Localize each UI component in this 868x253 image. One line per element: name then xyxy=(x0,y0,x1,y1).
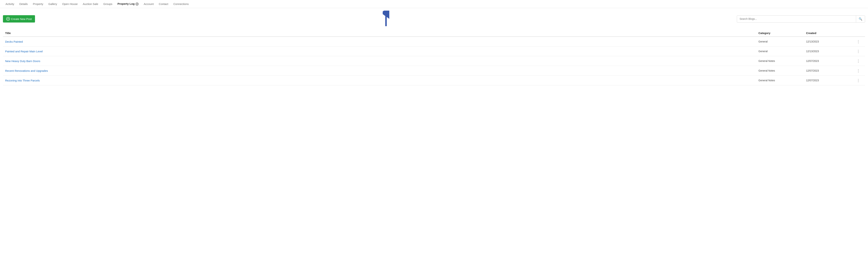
table-row: New Heavy Duty Barn DoorsGeneral Notes12… xyxy=(3,56,865,66)
row-created: 12/07/2023 xyxy=(806,60,854,62)
row-context-menu-button[interactable]: ⋮ xyxy=(854,49,863,54)
row-context-menu-button[interactable]: ⋮ xyxy=(854,39,863,44)
row-context-menu-button[interactable]: ⋮ xyxy=(854,59,863,63)
search-icon: 🔍 xyxy=(859,18,862,21)
table-row: Decks PaintedGeneral12/13/2023⋮ xyxy=(3,37,865,46)
row-title-link[interactable]: New Heavy Duty Barn Doors xyxy=(5,60,758,63)
row-title-link[interactable]: Painted and Repair Main Level xyxy=(5,50,758,53)
nav-item-open-house[interactable]: Open House xyxy=(60,0,80,8)
search-input[interactable] xyxy=(737,16,856,22)
row-category: General Notes xyxy=(758,79,806,82)
row-category: General xyxy=(758,50,806,53)
nav-bar: ActivityDetailsPropertyGalleryOpen House… xyxy=(0,0,868,8)
toolbar: + Create New Post 🔍 xyxy=(0,8,868,30)
row-context-menu-button[interactable]: ⋮ xyxy=(854,68,863,73)
header-actions xyxy=(854,31,863,35)
row-category: General Notes xyxy=(758,60,806,62)
nav-item-activity[interactable]: Activity xyxy=(3,0,17,8)
row-context-menu-button[interactable]: ⋮ xyxy=(854,78,863,83)
table-container: Title Category Created Decks PaintedGene… xyxy=(0,30,868,85)
plus-icon: + xyxy=(6,17,10,21)
nav-item-contact[interactable]: Contact xyxy=(156,0,171,8)
nav-item-details[interactable]: Details xyxy=(17,0,30,8)
table-row: Rezoning into Three ParcelsGeneral Notes… xyxy=(3,75,865,85)
row-created: 12/07/2023 xyxy=(806,79,854,82)
row-created: 12/13/2023 xyxy=(806,40,854,43)
table-header: Title Category Created xyxy=(3,30,865,37)
row-created: 12/13/2023 xyxy=(806,50,854,53)
nav-item-property-log[interactable]: Property Log5 xyxy=(115,0,141,8)
search-area: 🔍 xyxy=(737,15,865,23)
nav-item-groups[interactable]: Groups xyxy=(101,0,115,8)
create-new-post-button[interactable]: + Create New Post xyxy=(3,15,35,23)
nav-badge: 5 xyxy=(135,2,139,6)
nav-item-connections[interactable]: Connections xyxy=(171,0,191,8)
row-title-link[interactable]: Recent Renovations and Upgrades xyxy=(5,69,758,72)
up-arrow-icon xyxy=(383,11,389,27)
search-button[interactable]: 🔍 xyxy=(856,15,865,22)
nav-item-account[interactable]: Account xyxy=(141,0,156,8)
arrow-container xyxy=(38,11,734,27)
create-button-label: Create New Post xyxy=(11,18,32,21)
header-created: Created xyxy=(806,31,854,35)
row-category: General Notes xyxy=(758,69,806,72)
table-row: Recent Renovations and UpgradesGeneral N… xyxy=(3,66,865,75)
nav-item-auction-sale[interactable]: Auction Sale xyxy=(80,0,101,8)
header-category: Category xyxy=(758,31,806,35)
nav-item-gallery[interactable]: Gallery xyxy=(46,0,60,8)
row-title-link[interactable]: Rezoning into Three Parcels xyxy=(5,79,758,82)
nav-item-property[interactable]: Property xyxy=(30,0,46,8)
row-category: General xyxy=(758,40,806,43)
table-body: Decks PaintedGeneral12/13/2023⋮Painted a… xyxy=(3,37,865,85)
header-title: Title xyxy=(5,31,758,35)
row-created: 12/07/2023 xyxy=(806,69,854,72)
table-row: Painted and Repair Main LevelGeneral12/1… xyxy=(3,46,865,56)
row-title-link[interactable]: Decks Painted xyxy=(5,40,758,43)
